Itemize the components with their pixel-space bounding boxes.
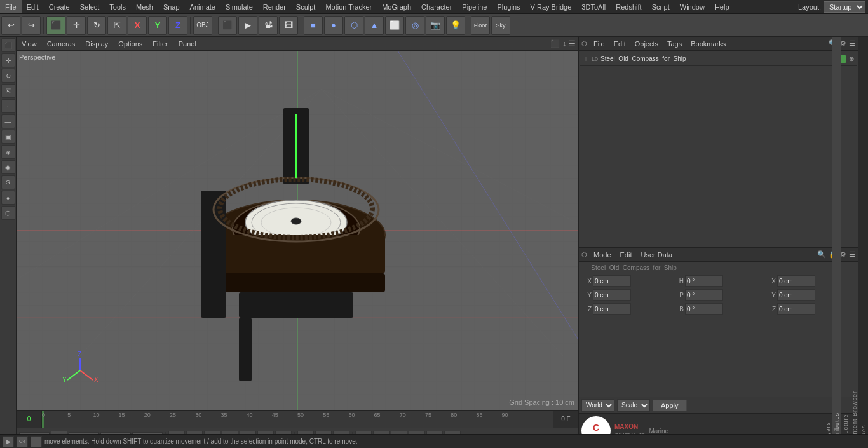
- menu-animate[interactable]: Animate: [185, 0, 220, 13]
- menu-mesh[interactable]: Mesh: [131, 0, 158, 13]
- cylinder-button[interactable]: ⬡: [344, 16, 363, 35]
- undo-button[interactable]: ↩: [1, 16, 20, 35]
- apply-button[interactable]: Apply: [653, 400, 687, 411]
- vp-expand-icon[interactable]: ⬛: [550, 39, 560, 48]
- menu-help[interactable]: Help: [710, 0, 735, 13]
- menu-character[interactable]: Character: [416, 0, 457, 13]
- sidebar-move-icon[interactable]: ⬛: [1, 38, 15, 52]
- layers-tab[interactable]: Layers: [824, 37, 832, 448]
- layout-dropdown[interactable]: Startup: [824, 1, 865, 13]
- move-tool-button[interactable]: ✛: [67, 16, 86, 35]
- menu-plugins[interactable]: Plugins: [492, 0, 525, 13]
- scale-x-input[interactable]: [777, 275, 815, 287]
- om-objects-menu[interactable]: Objects: [632, 40, 661, 48]
- cube-button[interactable]: ■: [304, 16, 323, 35]
- viewport-3d[interactable]: Perspective X Y Z Grid Spacing : 10 cm: [17, 51, 578, 410]
- om-edit-menu[interactable]: Edit: [611, 40, 628, 48]
- plane-button[interactable]: ⬜: [385, 16, 404, 35]
- sidebar-point-icon[interactable]: ·: [1, 99, 15, 113]
- timeline[interactable]: 0 0 5 10 15 20 25 30 35 40 45: [17, 410, 578, 428]
- attributes-tab[interactable]: Attributes: [832, 37, 841, 448]
- scale-tool-button[interactable]: ⇱: [107, 16, 126, 35]
- floor-button[interactable]: Floor: [471, 16, 490, 35]
- sidebar-texture-icon[interactable]: ◉: [1, 160, 15, 174]
- attr-edit-menu[interactable]: Edit: [618, 251, 635, 259]
- viewport-filter-menu[interactable]: Filter: [150, 40, 170, 48]
- sidebar-rotate-icon[interactable]: ↻: [1, 69, 15, 83]
- rot-p-input[interactable]: [685, 289, 723, 301]
- menu-redshift[interactable]: Redshift: [611, 0, 646, 13]
- cone-button[interactable]: ▲: [365, 16, 384, 35]
- torus-button[interactable]: ◎: [405, 16, 424, 35]
- om-tags-menu[interactable]: Tags: [665, 40, 684, 48]
- sidebar-scale-icon[interactable]: ⇱: [1, 84, 15, 98]
- menu-snap[interactable]: Snap: [158, 0, 185, 13]
- menu-select[interactable]: Select: [75, 0, 105, 13]
- menu-simulate[interactable]: Simulate: [220, 0, 258, 13]
- status-icon-cinema[interactable]: C4: [17, 436, 28, 447]
- sidebar-snap-icon[interactable]: ♦: [1, 191, 15, 205]
- object-mode-button[interactable]: OBJ: [193, 16, 212, 35]
- menu-file[interactable]: File: [0, 0, 22, 13]
- viewport-options-menu[interactable]: Options: [116, 40, 145, 48]
- z-axis-button[interactable]: Z: [168, 16, 187, 35]
- menu-tools[interactable]: Tools: [104, 0, 131, 13]
- vp-arrow-icon[interactable]: ↕: [562, 39, 566, 48]
- render-view-button[interactable]: ▶: [238, 16, 257, 35]
- sphere-button[interactable]: ●: [324, 16, 343, 35]
- y-axis-button[interactable]: Y: [148, 16, 167, 35]
- menu-vray[interactable]: V-Ray Bridge: [526, 0, 577, 13]
- sidebar-sculpt-icon[interactable]: ⬡: [1, 206, 15, 220]
- pos-y-input[interactable]: [593, 289, 631, 301]
- timeline-ruler[interactable]: 0 5 10 15 20 25 30 35 40 45 50 55 60 65 …: [42, 411, 553, 428]
- menu-window[interactable]: Window: [675, 0, 710, 13]
- attr-userdata-menu[interactable]: User Data: [639, 251, 675, 259]
- sidebar-edge-icon[interactable]: —: [1, 114, 15, 128]
- attr-mode-menu[interactable]: Mode: [591, 251, 614, 259]
- menu-script[interactable]: Script: [647, 0, 675, 13]
- picture-viewer-button[interactable]: 🎞: [279, 16, 298, 35]
- sidebar-polygon-icon[interactable]: ▣: [1, 130, 15, 144]
- x-axis-button[interactable]: X: [128, 16, 147, 35]
- pos-x-input[interactable]: [593, 275, 631, 287]
- select-tool-button[interactable]: ⬛: [46, 16, 65, 35]
- camera-button[interactable]: 📷: [426, 16, 445, 35]
- status-icon-play[interactable]: ▶: [3, 436, 14, 447]
- menu-sculpt[interactable]: Sculpt: [291, 0, 321, 13]
- sidebar-select-icon[interactable]: ✛: [1, 53, 15, 67]
- rot-b-input[interactable]: [685, 303, 723, 315]
- vp-lock-icon[interactable]: ☰: [569, 39, 576, 48]
- structure-tab[interactable]: Structure: [841, 37, 850, 448]
- scale-y-input[interactable]: [777, 289, 815, 301]
- scale-dropdown[interactable]: Scale: [617, 399, 650, 412]
- rot-h-input[interactable]: [685, 275, 723, 287]
- redo-button[interactable]: ↪: [22, 16, 41, 35]
- menu-mograph[interactable]: MoGraph: [377, 0, 416, 13]
- viewport-cameras-menu[interactable]: Cameras: [44, 40, 78, 48]
- viewport-display-menu[interactable]: Display: [83, 40, 111, 48]
- content-browser-tab[interactable]: Content Browser: [850, 37, 859, 448]
- viewport-panel-menu[interactable]: Panel: [176, 40, 199, 48]
- object-list-item[interactable]: ⏸ L0 Steel_Old_Compass_for_Ship ⊕: [580, 52, 857, 66]
- render-region-button[interactable]: ⬛: [218, 16, 237, 35]
- om-file-menu[interactable]: File: [591, 40, 607, 48]
- menu-create[interactable]: Create: [44, 0, 75, 13]
- menu-pipeline[interactable]: Pipeline: [457, 0, 492, 13]
- menu-render[interactable]: Render: [258, 0, 291, 13]
- render-button[interactable]: 📽: [259, 16, 278, 35]
- sky-button[interactable]: Sky: [491, 16, 510, 35]
- takes-tab[interactable]: Takes: [859, 37, 868, 448]
- scale-z-input[interactable]: [777, 303, 815, 315]
- world-dropdown[interactable]: World: [581, 399, 614, 412]
- menu-3dtoall[interactable]: 3DToAll: [576, 0, 611, 13]
- light-button[interactable]: 💡: [446, 16, 465, 35]
- pos-z-input[interactable]: [593, 303, 631, 315]
- status-icon-minimize[interactable]: —: [31, 436, 42, 447]
- menu-edit[interactable]: Edit: [22, 0, 44, 13]
- om-bookmarks-menu[interactable]: Bookmarks: [688, 40, 728, 48]
- sidebar-uv-icon[interactable]: ◈: [1, 145, 15, 159]
- timeline-end-field[interactable]: 0 F: [553, 411, 578, 428]
- viewport-view-menu[interactable]: View: [19, 40, 39, 48]
- sidebar-material-icon[interactable]: S: [1, 175, 15, 189]
- rotate-tool-button[interactable]: ↻: [87, 16, 106, 35]
